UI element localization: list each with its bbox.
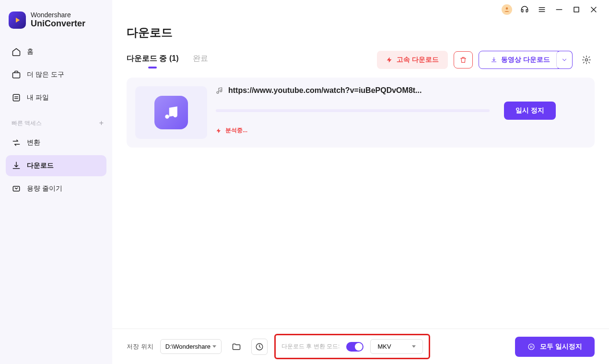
brand-logo-icon [9,11,26,29]
svg-rect-1 [13,94,19,101]
minimize-icon[interactable] [554,5,564,14]
sidebar-item-download[interactable]: 다운로드 [6,155,106,176]
close-icon[interactable] [589,5,598,14]
item-top: https://www.youtube.com/watch?v=iuBePQDv… [216,86,586,95]
tabs: 다운로드 중 (1) 완료 [127,54,208,67]
item-progress [216,109,490,112]
home-icon [12,47,21,57]
save-path-select[interactable]: D:\Wondershare [160,339,222,354]
sidebar-item-compress[interactable]: 용량 줄이기 [6,178,106,199]
menu-icon[interactable] [537,5,547,14]
pause-item-button[interactable]: 일시 정지 [504,102,556,120]
compress-icon [12,184,21,193]
add-quick-access-icon[interactable]: + [99,119,104,127]
convert-mode-label: 다운로드 후 변환 모드: [281,342,340,351]
titlebar [112,0,609,19]
clock-icon [255,342,264,351]
brand: Wondershare UniConverter [0,8,112,38]
brand-text: Wondershare UniConverter [31,11,85,28]
sidebar-item-label: 변환 [27,138,40,147]
toolbox-icon [12,70,21,80]
svg-rect-10 [574,7,579,12]
tab-downloading[interactable]: 다운로드 중 (1) [127,54,178,67]
gear-icon [582,55,591,65]
sidebar-item-label: 다운로드 [27,161,54,170]
download-icon [12,161,21,171]
main: 다운로드 다운로드 중 (1) 완료 고속 다운로드 [112,0,609,364]
tab-done[interactable]: 완료 [193,54,208,67]
convert-mode-toggle[interactable] [346,342,363,352]
save-path-value: D:\Wondershare [165,343,211,350]
content: 다운로드 다운로드 중 (1) 완료 고속 다운로드 [112,19,609,329]
item-url-line: https://www.youtube.com/watch?v=iuBePQDv… [216,86,422,95]
quick-access-label: 빠른 액세스 [12,119,42,127]
footer: 저장 위치 D:\Wondershare 다운로드 후 변환 모드: MKV [112,329,609,364]
tab-downloading-label: 다운로드 중 [127,54,167,62]
note-icon [216,87,223,94]
pause-all-label: 모두 일시정지 [540,342,582,351]
brand-line2: UniConverter [31,19,85,29]
sidebar-item-convert[interactable]: 변환 [6,132,106,153]
fast-download-button[interactable]: 고속 다운로드 [377,51,448,69]
chevron-down-icon [561,57,568,63]
brand-line1: Wondershare [31,11,85,19]
save-location-label: 저장 위치 [127,342,153,351]
fast-download-label: 고속 다운로드 [397,56,439,64]
pause-item-label: 일시 정지 [515,106,544,114]
format-select[interactable]: MKV [370,339,423,354]
support-icon[interactable] [520,5,529,14]
item-url: https://www.youtube.com/watch?v=iuBePQDv… [228,86,422,95]
caret-down-icon [212,345,216,348]
maximize-icon[interactable] [572,5,581,14]
caret-down-icon [412,345,416,348]
format-value: MKV [377,343,391,350]
svg-point-15 [528,344,534,350]
page-title: 다운로드 [127,25,595,40]
item-status-text: 분석중... [225,126,247,135]
item-status: 분석중... [216,126,586,135]
lightning-icon [386,57,393,63]
sidebar-item-more-tools[interactable]: 더 많은 도구 [6,64,106,85]
lightning-small-icon [216,128,222,134]
open-folder-button[interactable] [228,339,245,355]
sidebar-item-my-files[interactable]: 내 파일 [6,87,106,108]
svg-point-5 [506,7,508,10]
toolbar-row: 다운로드 중 (1) 완료 고속 다운로드 [127,51,595,69]
sidebar-item-label: 더 많은 도구 [27,70,64,79]
sidebar-item-label: 홈 [27,47,34,56]
tab-done-label: 완료 [193,54,208,62]
convert-mode-highlight: 다운로드 후 변환 모드: MKV [274,334,430,359]
settings-button[interactable] [578,52,595,68]
files-icon [12,93,21,102]
video-download-button[interactable]: 동영상 다운로드 [479,51,562,69]
item-body: https://www.youtube.com/watch?v=iuBePQDv… [216,86,586,135]
tab-downloading-count: (1) [169,54,179,62]
svg-point-13 [586,59,588,61]
sidebar-section-quick-access: 빠른 액세스 + [0,111,112,129]
sidebar-nav-main: 홈 더 많은 도구 내 파일 [0,38,112,111]
item-thumbnail [135,86,207,139]
schedule-button[interactable] [251,339,268,355]
convert-icon [12,138,21,148]
pause-icon [527,343,535,351]
svg-rect-0 [13,73,20,78]
sidebar-item-label: 용량 줄이기 [27,184,62,193]
download-arrow-icon [491,57,497,63]
sidebar-item-home[interactable]: 홈 [6,41,106,62]
user-avatar-icon[interactable] [502,4,512,15]
delete-button[interactable] [454,51,473,68]
actions: 고속 다운로드 동영상 다운로드 [377,51,595,69]
pause-all-button[interactable]: 모두 일시정지 [515,337,595,357]
sidebar-nav-quick: 변환 다운로드 용량 줄이기 [0,129,112,202]
download-item: https://www.youtube.com/watch?v=iuBePQDv… [127,78,595,148]
video-download-dropdown[interactable] [556,51,573,69]
sidebar: Wondershare UniConverter 홈 더 많은 도구 내 파일 … [0,0,112,364]
folder-icon [232,342,241,352]
sidebar-item-label: 내 파일 [27,93,49,102]
video-download-label: 동영상 다운로드 [501,56,550,64]
trash-icon [459,56,467,64]
music-icon [154,96,188,129]
